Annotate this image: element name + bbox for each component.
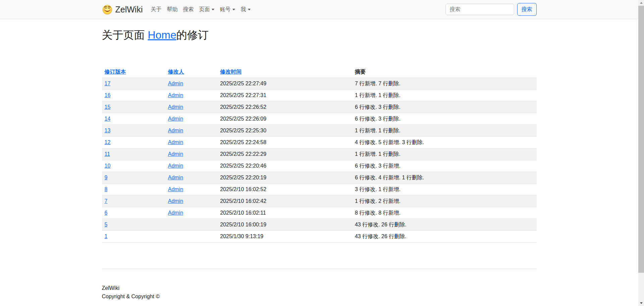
time-cell: 2025/1/30 9:13:19 (217, 231, 352, 243)
table-row: 7 Admin 2025/2/10 16:02:42 1 行修改. 2 行新增. (102, 195, 537, 207)
time-cell: 2025/2/25 22:20:19 (217, 172, 352, 184)
header-revision: 修订版本 (102, 66, 165, 78)
revision-link[interactable]: 11 (105, 151, 110, 157)
chevron-down-icon (212, 9, 214, 10)
summary-cell: 1 行修改. 2 行新增. (352, 195, 537, 207)
summary-cell: 1 行新增. 1 行删除. (352, 90, 537, 101)
editor-cell (165, 231, 218, 243)
revision-cell: 13 (102, 125, 165, 137)
summary-cell: 1 行新增. 1 行删除. (352, 125, 537, 137)
editor-link[interactable]: Admin (168, 198, 183, 204)
summary-cell: 6 行修改. 3 行新增. (352, 160, 537, 172)
nav-item-pages[interactable]: 页面 (196, 3, 217, 16)
time-cell: 2025/2/25 22:25:30 (217, 125, 352, 137)
scrollbar-thumb[interactable] (638, 6, 644, 273)
revision-cell: 7 (102, 195, 165, 207)
revision-link[interactable]: 12 (105, 139, 111, 145)
summary-cell: 6 行修改. 4 行新增. 1 行删除. (352, 172, 537, 184)
sort-by-editor-link[interactable]: 修改人 (168, 69, 184, 75)
time-cell: 2025/2/10 16:02:42 (217, 195, 352, 207)
editor-link[interactable]: Admin (168, 151, 183, 157)
editor-cell: Admin (165, 148, 218, 160)
revision-link[interactable]: 9 (105, 175, 108, 180)
sort-by-revision-link[interactable]: 修订版本 (105, 69, 126, 75)
summary-cell: 1 行新增. 1 行删除. (352, 148, 537, 160)
nav-item-me[interactable]: 我 (238, 3, 253, 16)
editor-link[interactable]: Admin (168, 81, 183, 86)
editor-link[interactable]: Admin (168, 116, 183, 122)
revisions-table-body: 17 Admin 2025/2/25 22:27:49 7 行新增. 7 行删除… (102, 78, 537, 243)
editor-link[interactable]: Admin (168, 139, 183, 145)
brand-link[interactable]: ZelWiki (102, 4, 143, 15)
revision-link[interactable]: 10 (105, 163, 111, 169)
editor-link[interactable]: Admin (168, 104, 183, 110)
editor-cell: Admin (165, 172, 218, 184)
time-cell: 2025/2/10 16:02:11 (217, 207, 352, 219)
revision-link[interactable]: 8 (105, 186, 108, 192)
editor-link[interactable]: Admin (168, 92, 183, 98)
search-input[interactable] (445, 4, 514, 15)
revision-link[interactable]: 6 (105, 210, 108, 216)
page-title-prefix: 关于页面 (102, 29, 148, 41)
editor-cell: Admin (165, 90, 218, 101)
revision-cell: 10 (102, 160, 165, 172)
search-button[interactable]: 搜索 (517, 3, 537, 16)
table-row: 13 Admin 2025/2/25 22:25:30 1 行新增. 1 行删除… (102, 125, 537, 137)
summary-cell: 4 行修改. 5 行新增. 3 行删除. (352, 137, 537, 148)
revision-cell: 5 (102, 219, 165, 231)
nav-item-account[interactable]: 账号 (217, 3, 238, 16)
footer-site-name: ZelWiki (102, 285, 119, 291)
sort-by-time-link[interactable]: 修改时间 (220, 69, 241, 75)
revision-link[interactable]: 16 (105, 92, 111, 98)
revision-link[interactable]: 14 (105, 116, 111, 122)
revision-link[interactable]: 13 (105, 128, 111, 133)
revision-link[interactable]: 1 (105, 233, 108, 239)
editor-cell: Admin (165, 101, 218, 113)
top-navbar: ZelWiki 关于帮助搜索页面账号我 搜索 (0, 0, 638, 19)
revision-cell: 12 (102, 137, 165, 148)
editor-link[interactable]: Admin (168, 186, 183, 192)
editor-link[interactable]: Admin (168, 175, 183, 180)
scrollbar-up-arrow-icon[interactable] (638, 0, 644, 6)
vertical-scrollbar[interactable] (638, 0, 644, 306)
time-cell: 2025/2/25 22:24:58 (217, 137, 352, 148)
page-title: 关于页面 Home的修订 (102, 28, 537, 43)
editor-cell: Admin (165, 184, 218, 195)
table-row: 5 2025/2/10 16:00:19 43 行修改. 26 行删除. (102, 219, 537, 231)
table-row: 6 Admin 2025/2/10 16:02:11 8 行修改. 8 行新增. (102, 207, 537, 219)
logo-smiley-icon (102, 4, 113, 15)
editor-cell: Admin (165, 160, 218, 172)
editor-cell (165, 219, 218, 231)
time-cell: 2025/2/10 16:02:52 (217, 184, 352, 195)
time-cell: 2025/2/25 22:26:09 (217, 113, 352, 125)
scrollbar-down-arrow-icon[interactable] (638, 300, 644, 306)
revision-link[interactable]: 5 (105, 222, 108, 227)
main-content: 关于页面 Home的修订 修订版本 修改人 修改时间 摘要 17 Admin 2… (98, 28, 541, 301)
editor-cell: Admin (165, 113, 218, 125)
revision-cell: 16 (102, 90, 165, 101)
footer-text: ZelWikiCopyright & Copyright © (102, 284, 537, 301)
footer-divider (102, 269, 537, 269)
editor-link[interactable]: Admin (168, 210, 183, 216)
table-row: 16 Admin 2025/2/25 22:27:31 1 行新增. 1 行删除… (102, 90, 537, 101)
home-page-link[interactable]: Home (148, 29, 176, 41)
revision-cell: 14 (102, 113, 165, 125)
revision-cell: 9 (102, 172, 165, 184)
editor-cell: Admin (165, 137, 218, 148)
nav-item-about[interactable]: 关于 (148, 3, 164, 16)
summary-cell: 3 行修改. 1 行新增. (352, 184, 537, 195)
revision-link[interactable]: 17 (105, 81, 111, 86)
browser-viewport: ZelWiki 关于帮助搜索页面账号我 搜索 关于页面 Home的修订 修订版本… (0, 0, 638, 306)
table-row: 15 Admin 2025/2/25 22:26:52 6 行修改. 3 行删除… (102, 101, 537, 113)
editor-link[interactable]: Admin (168, 128, 183, 133)
chevron-down-icon (248, 9, 251, 10)
main-nav: 关于帮助搜索页面账号我 (148, 3, 253, 16)
revision-link[interactable]: 15 (105, 104, 111, 110)
editor-link[interactable]: Admin (168, 163, 183, 169)
revision-cell: 11 (102, 148, 165, 160)
nav-item-search[interactable]: 搜索 (180, 3, 196, 16)
time-cell: 2025/2/25 22:26:52 (217, 101, 352, 113)
editor-cell: Admin (165, 207, 218, 219)
revision-link[interactable]: 7 (105, 198, 108, 204)
nav-item-help[interactable]: 帮助 (164, 3, 180, 16)
